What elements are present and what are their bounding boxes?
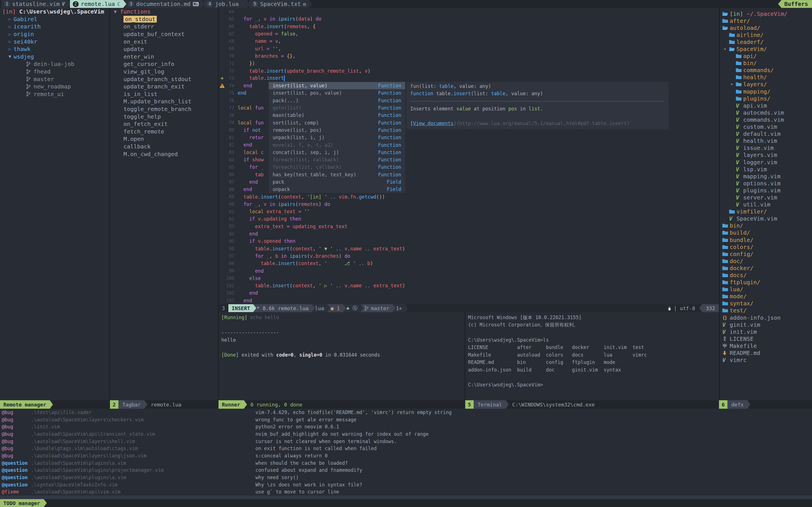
function-item-M.open[interactable]: M.open (110, 135, 218, 143)
todo-row[interactable]: @bug.\bundle\gtags.vim\autoload\ctags.vi… (0, 445, 812, 452)
window-label-Terminal[interactable]: Terminal (474, 400, 509, 409)
defx-item[interactable]: Vplugins.vim (719, 187, 812, 194)
todo-row[interactable]: @question.\autoload\SpaceVim\plugins\pro… (0, 467, 812, 474)
function-item-M.on_cwd_changed[interactable]: M.on_cwd_changed (110, 150, 218, 158)
collapsed-arrow-icon[interactable]: ▷ (6, 16, 13, 22)
defx-item[interactable]: airline/ (719, 31, 812, 38)
todo-row[interactable]: @fixme.\autoload\SpaceVim\api\vim.vimuse… (0, 489, 812, 496)
code-line[interactable]: 96 table.insert(context, ' ▼ ' .. v.name… (218, 245, 719, 252)
function-item-is_in_list[interactable]: is_in_list (110, 91, 218, 98)
todo-row[interactable]: @bug.\init.vimpython2 error on neovim 0.… (0, 423, 812, 431)
defx-item[interactable]: syntax/ (719, 300, 812, 307)
defx-item[interactable]: autoload/ (719, 24, 812, 31)
tree-item-new_roadmap[interactable]: new_roadmap (0, 83, 109, 91)
todo-row[interactable]: @question.\syntax\SpaceVimTasksInfo.vimW… (0, 481, 812, 489)
expanded-arrow-icon[interactable]: ▼ (6, 54, 13, 59)
runner-output[interactable]: [Running] echo hello--------------------… (218, 312, 465, 400)
completion-item[interactable]: insert(list, value)Function (269, 82, 405, 89)
defx-item[interactable]: after/ (719, 17, 812, 24)
completion-item[interactable]: move(a1, f, e, t, a2)Function (269, 141, 405, 149)
tree-item-sei40kr[interactable]: ▷sei40kr (0, 38, 109, 45)
collapsed-arrow-icon[interactable]: ▷ (6, 47, 13, 52)
tree-item-master[interactable]: master (0, 75, 109, 83)
defx-item[interactable]: bundle/ (719, 236, 812, 243)
completion-item[interactable]: sort(list, comp)Function (269, 119, 405, 126)
function-item-update_branch_exit[interactable]: update_branch_exit (110, 83, 218, 91)
defx-item[interactable]: docker/ (719, 265, 812, 272)
tab-job.lua[interactable]: 4job.lua☾ (204, 0, 250, 8)
defx-item[interactable]: Vserver.vim (719, 194, 812, 201)
defx-item[interactable]: lua/ (719, 286, 812, 293)
defx-item[interactable]: api/ (719, 53, 812, 60)
window-label-Runner[interactable]: Runner (218, 400, 247, 409)
collapsed-arrow-icon[interactable]: ▷ (6, 39, 13, 44)
defx-item[interactable]: Vlogger.vim (719, 159, 812, 166)
tab-remote.lua[interactable]: 2remote.lua☾ (70, 0, 126, 8)
completion-item[interactable]: packField (269, 178, 405, 186)
function-item-on_stdout[interactable]: on_stdout (110, 15, 218, 23)
defx-item[interactable]: Voptions.vim (719, 180, 812, 187)
code-line[interactable]: 70 branches = {}, (218, 52, 719, 60)
defx-item[interactable]: Vlsp.vim (719, 166, 812, 173)
todo-row[interactable]: @question.\autoload\SpaceVim\plugins\a.v… (0, 474, 812, 481)
function-item-on_stderr[interactable]: on_stderr (110, 23, 218, 31)
completion-item[interactable]: unpack(list, i, j)Function (269, 134, 405, 141)
function-item-toggle_help[interactable]: toggle_help (110, 113, 218, 120)
function-item-update[interactable]: update (110, 45, 218, 53)
completion-item[interactable]: remove(list, pos)Function (269, 126, 405, 134)
defx-item[interactable]: config/ (719, 250, 812, 258)
defx-item[interactable]: docs/ (719, 272, 812, 279)
defx-item[interactable]: build/ (719, 229, 812, 236)
defx-item[interactable]: mode/ (719, 293, 812, 300)
tree-item-dein-lua-job[interactable]: dein-lua-job (0, 60, 109, 68)
defx-item[interactable]: Vlayers.vim (719, 152, 812, 159)
defx-item[interactable]: bin/ (719, 222, 812, 229)
tree-item-wsdjeg[interactable]: ▼wsdjeg (0, 53, 109, 61)
defx-item[interactable]: Vinit.vim (719, 328, 812, 335)
collapsed-arrow-icon[interactable]: ▷ (6, 32, 13, 37)
defx-item[interactable]: Vautocmds.vim (719, 109, 812, 116)
tab-SpaceVim.txt[interactable]: 5SpaceVim.txt▤ (249, 0, 312, 8)
window-label-Tagbar[interactable]: Tagbar (118, 400, 147, 409)
todo-manager-label[interactable]: TODO manager (0, 499, 47, 507)
window-number[interactable]: 5 (465, 400, 474, 409)
defx-item[interactable]: VSpaceVim.vim (719, 215, 812, 222)
window-label-defx[interactable]: defx (727, 400, 750, 409)
code-line[interactable]: 69 url = '', (218, 45, 719, 52)
defx-item[interactable]: Makefile (719, 342, 812, 349)
defx-item[interactable]: plugins/ (719, 95, 812, 102)
completion-item[interactable]: foreachi(list, callback)Function (269, 163, 405, 171)
code-line[interactable]: 72 table.insert(update_branch_remote_lis… (218, 67, 719, 74)
defx-item[interactable]: Vapi.vim (719, 102, 812, 109)
defx-item[interactable]: Vutil.vim (719, 201, 812, 208)
defx-item[interactable]: Vvimrc (719, 356, 812, 363)
defx-item[interactable]: [in] ~/.SpaceVim/ (719, 10, 812, 17)
collapsed-arrow-icon[interactable]: ▷ (6, 24, 13, 29)
function-item-update_buf_context[interactable]: update_buf_context (110, 31, 218, 38)
code-line[interactable]: 64 (218, 8, 719, 15)
code-line[interactable]: 66 table.insert(remotes, { (218, 23, 719, 30)
todo-row[interactable]: @bug.\test\api\file.vadervim-7.4.629, ec… (0, 409, 812, 416)
completion-item[interactable]: foreach(list, callback)Function (269, 156, 405, 163)
defx-item[interactable]: commands/ (719, 67, 812, 74)
window-label-Remote manager[interactable]: Remote manager (0, 400, 53, 409)
defx-item[interactable]: colors/ (719, 243, 812, 250)
defx-item[interactable]: leaderf/ (719, 38, 812, 45)
completion-item[interactable]: unpackField (269, 186, 405, 193)
code-line[interactable]: 94 end (218, 230, 719, 237)
code-line[interactable]: 97 for _, b in ipairs(v.branches) do (218, 252, 719, 260)
function-item-update_branch_stdout[interactable]: update_branch_stdout (110, 75, 218, 83)
defx-item[interactable]: Vhealth.vim (719, 137, 812, 145)
function-item-M.update_branch_list[interactable]: M.update_branch_list (110, 98, 218, 105)
editor[interactable]: 6465 for _, v in ipairs(data) do66 table… (218, 8, 719, 304)
defx-item[interactable]: health/ (719, 74, 812, 81)
tree-item-remote_ui[interactable]: remote_ui (0, 91, 109, 98)
defx-item[interactable]: mapping/ (719, 88, 812, 95)
function-item-toggle_remote_branch[interactable]: toggle_remote_branch (110, 105, 218, 113)
code-line[interactable]: 95 if v.opened then (218, 237, 719, 245)
tree-item-Gabirel[interactable]: ▷Gabirel (0, 15, 109, 23)
defx-item[interactable]: Vissue.vim (719, 145, 812, 152)
tree-item-icearith[interactable]: ▷icearith (0, 23, 109, 31)
defx-item[interactable]: bin/ (719, 60, 812, 67)
completion-item[interactable]: pack(...)Function (269, 97, 405, 104)
